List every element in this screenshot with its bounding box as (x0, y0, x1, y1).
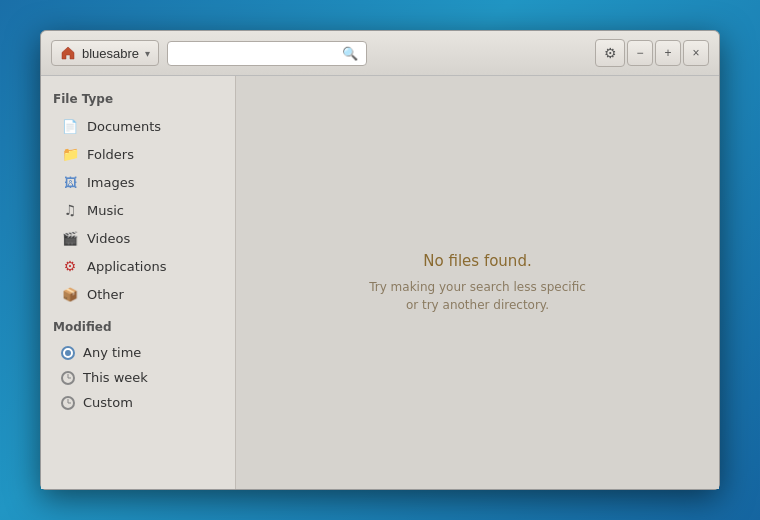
main-window: bluesabre ▾ nofilestofind 🔍 ⚙ − + × File… (40, 30, 720, 490)
radio-custom-label: Custom (83, 395, 133, 410)
sidebar-item-folders-label: Folders (87, 147, 134, 162)
documents-icon: 📄 (61, 117, 79, 135)
sidebar-item-music-label: Music (87, 203, 124, 218)
maximize-button[interactable]: + (655, 40, 681, 66)
radio-this-week-label: This week (83, 370, 148, 385)
music-icon: ♫ (61, 201, 79, 219)
other-icon: 📦 (61, 285, 79, 303)
window-controls: ⚙ − + × (595, 39, 709, 67)
sidebar-item-images-label: Images (87, 175, 135, 190)
sidebar-item-music[interactable]: ♫ Music (41, 196, 235, 224)
sidebar-item-other-label: Other (87, 287, 124, 302)
close-button[interactable]: × (683, 40, 709, 66)
sidebar-item-images[interactable]: 🖼 Images (41, 168, 235, 196)
radio-this-week[interactable]: This week (41, 365, 235, 390)
main-content-area: No files found. Try making your search l… (236, 76, 719, 489)
location-button[interactable]: bluesabre ▾ (51, 40, 159, 66)
sidebar-item-applications-label: Applications (87, 259, 166, 274)
search-icon: 🔍 (342, 46, 358, 61)
sidebar-item-videos-label: Videos (87, 231, 130, 246)
sidebar: File Type 📄 Documents 📁 Folders 🖼 Images… (41, 76, 236, 489)
file-type-section-label: File Type (41, 88, 235, 112)
applications-icon: ⚙ (61, 257, 79, 275)
content-area: File Type 📄 Documents 📁 Folders 🖼 Images… (41, 76, 719, 489)
clock-custom-icon (61, 396, 75, 410)
no-files-subtitle: Try making your search less specific or … (369, 278, 586, 314)
sidebar-item-documents[interactable]: 📄 Documents (41, 112, 235, 140)
sidebar-item-videos[interactable]: 🎬 Videos (41, 224, 235, 252)
minimize-button[interactable]: − (627, 40, 653, 66)
modified-section-label: Modified (41, 316, 235, 340)
radio-any-time-label: Any time (83, 345, 141, 360)
sidebar-item-applications[interactable]: ⚙ Applications (41, 252, 235, 280)
clock-this-week-icon (61, 371, 75, 385)
no-files-title: No files found. (423, 252, 531, 270)
sidebar-item-other[interactable]: 📦 Other (41, 280, 235, 308)
home-icon (60, 45, 76, 61)
search-input[interactable]: nofilestofind (176, 46, 342, 61)
radio-any-time-indicator (61, 346, 75, 360)
location-label: bluesabre (82, 46, 139, 61)
radio-custom[interactable]: Custom (41, 390, 235, 415)
images-icon: 🖼 (61, 173, 79, 191)
settings-button[interactable]: ⚙ (595, 39, 625, 67)
no-files-line2: or try another directory. (406, 298, 549, 312)
sidebar-resize-handle[interactable] (231, 76, 235, 489)
dropdown-arrow-icon: ▾ (145, 48, 150, 59)
search-box[interactable]: nofilestofind 🔍 (167, 41, 367, 66)
folders-icon: 📁 (61, 145, 79, 163)
titlebar: bluesabre ▾ nofilestofind 🔍 ⚙ − + × (41, 31, 719, 76)
sidebar-item-folders[interactable]: 📁 Folders (41, 140, 235, 168)
radio-any-time[interactable]: Any time (41, 340, 235, 365)
no-files-line1: Try making your search less specific (369, 280, 586, 294)
videos-icon: 🎬 (61, 229, 79, 247)
sidebar-item-documents-label: Documents (87, 119, 161, 134)
